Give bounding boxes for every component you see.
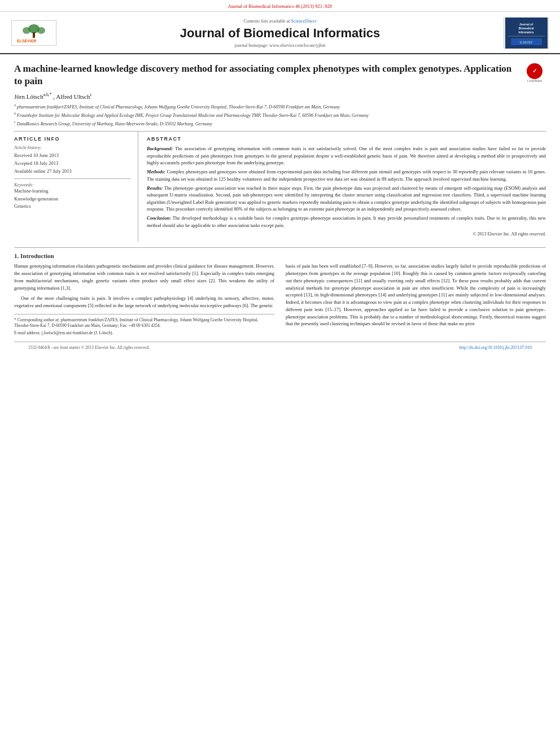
contents-label: Contents lists available at [244, 19, 290, 24]
introduction-two-col: Human genotyping information elucidates … [14, 263, 546, 337]
keywords-list: Machine-learning Knowledge-generation Ge… [14, 187, 131, 211]
bottom-bar: 1532-0464/$ - see front matter © 2013 El… [14, 342, 546, 353]
article-title: A machine-learned knowledge discovery me… [14, 63, 515, 88]
accepted-date: Accepted 18 July 2013 [14, 160, 131, 168]
abstract-header: ABSTRACT [147, 136, 546, 142]
section-title: 1. Introduction [14, 252, 546, 259]
intro-para-3: basis of pain has been well established … [286, 263, 546, 327]
abstract-results: Results: The phenotype–genotype associat… [147, 185, 546, 212]
affil-1-text: pharmazentrum frankfurt/ZAFES, Institute… [17, 104, 340, 110]
affil-3-text: DataBionics Research Group, University o… [17, 121, 212, 126]
journal-ref-text: Journal of Biomedical Informatics 46 (20… [228, 3, 332, 9]
svg-point-4 [37, 27, 45, 34]
author2-name: , Alfred Ultsch [53, 93, 90, 100]
keyword-2: Knowledge-generation [14, 195, 131, 203]
journal-header: ELSEVIER Contents lists available at Sci… [0, 12, 560, 54]
journal-title: Journal of Biomedical Informatics [56, 26, 504, 41]
header-center: Contents lists available at ScienceDirec… [56, 19, 504, 48]
footnote-email-label: E-mail address: j.loetsch@em.uni-frankfu… [14, 330, 113, 335]
affil-2: b Fraunhofer Institute for Molecular Bio… [14, 111, 546, 119]
background-text: The association of genotyping informatio… [147, 146, 546, 165]
footnote-section: * Corresponding author at: pharmazentrum… [14, 314, 274, 337]
introduction-section: 1. Introduction Human genotyping informa… [14, 247, 546, 337]
intro-right-col: basis of pain has been well established … [286, 263, 546, 337]
journal-thumbnail: Journal of Biomedical Informatics ELSEVI… [504, 18, 549, 49]
article-info-abstract-section: ARTICLE INFO Article history: Received 1… [14, 131, 546, 242]
doi-text: http://dx.doi.org/10.1016/j.jbi.2013.07.… [460, 345, 532, 350]
svg-text:ELSEVIER: ELSEVIER [519, 41, 532, 44]
methods-text: Complex phenotypes and genotypes were ob… [147, 169, 546, 181]
doi-link[interactable]: http://dx.doi.org/10.1016/j.jbi.2013.07.… [460, 345, 532, 350]
keywords-section: Keywords: Machine-learning Knowledge-gen… [14, 182, 131, 211]
article-title-section: A machine-learned knowledge discovery me… [14, 60, 546, 88]
author1-sup: a,b,* [43, 92, 52, 97]
info-divider [14, 178, 131, 179]
crossmark-badge: ✓ CrossMark [523, 63, 546, 82]
abstract-column: ABSTRACT Background: The association of … [138, 132, 546, 242]
article-body: A machine-learned knowledge discovery me… [0, 54, 560, 361]
crossmark-icon: ✓ [527, 63, 542, 79]
article-history-label: Article history: [14, 145, 131, 150]
elsevier-svg-icon: ELSEVIER [14, 22, 54, 45]
section-name: Introduction [20, 252, 54, 259]
keyword-3: Genetics [14, 203, 131, 211]
keywords-label: Keywords: [14, 182, 131, 187]
keyword-1: Machine-learning [14, 187, 131, 195]
elsevier-logo-box: ELSEVIER [11, 20, 56, 46]
svg-text:Journal of: Journal of [519, 23, 533, 26]
intro-left-col: Human genotyping information elucidates … [14, 263, 274, 337]
article-dates: Received 10 June 2013 Accepted 18 July 2… [14, 152, 131, 175]
article-info-column: ARTICLE INFO Article history: Received 1… [14, 132, 138, 242]
results-text: The phenotype–genotype association was r… [147, 185, 546, 212]
sciencedirect-text: ScienceDirect [291, 19, 317, 24]
svg-rect-2 [33, 32, 35, 38]
intro-left-text: Human genotyping information elucidates … [14, 263, 274, 309]
conclusion-label: Conclusion: [147, 215, 171, 221]
background-label: Background: [147, 146, 173, 151]
copyright-line: © 2013 Elsevier Inc. All rights reserved… [147, 231, 546, 238]
article-info-header: ARTICLE INFO [14, 136, 131, 142]
affiliations: a pharmazentrum frankfurt/ZAFES, Institu… [14, 103, 546, 127]
footnote-star: * Corresponding author at: pharmazentrum… [14, 317, 274, 329]
abstract-background: Background: The association of genotypin… [147, 145, 546, 166]
methods-label: Methods: [147, 169, 165, 174]
authors-line: Jörn Lötscha,b,* , Alfred Ultschc [14, 92, 546, 100]
svg-text:Informatics: Informatics [518, 30, 533, 34]
conclusion-text: The developed methodology is a suitable … [147, 215, 546, 228]
crossmark-label: CrossMark [527, 79, 542, 82]
intro-right-text: basis of pain has been well established … [286, 263, 546, 327]
issn-text: 1532-0464/$ - see front matter © 2013 El… [28, 345, 150, 350]
svg-point-3 [23, 27, 30, 34]
elsevier-logo: ELSEVIER [11, 20, 56, 46]
intro-para-2: One of the most challenging traits is pa… [14, 295, 274, 309]
author1-name: Jörn Lötsch [14, 93, 43, 100]
abstract-conclusion: Conclusion: The developed methodology is… [147, 215, 546, 229]
journal-url: journal homepage: www.elsevier.com/locat… [56, 43, 504, 48]
affil-3: c DataBionics Research Group, University… [14, 120, 546, 127]
available-date: Available online 27 July 2013 [14, 168, 131, 176]
intro-para-1: Human genotyping information elucidates … [14, 263, 274, 291]
page: Journal of Biomedical Informatics 46 (20… [0, 0, 560, 747]
author2-sup: c [90, 92, 91, 97]
section-number: 1. [14, 252, 19, 259]
received-date: Received 10 June 2013 [14, 152, 131, 160]
footnote-email: E-mail address: j.loetsch@em.uni-frankfu… [14, 330, 274, 337]
affil-sup-b: b [14, 112, 16, 115]
svg-text:ELSEVIER: ELSEVIER [17, 39, 37, 43]
affil-sup-a: a [14, 103, 16, 107]
affil-sup-c: c [14, 120, 16, 124]
svg-text:Biomedical: Biomedical [518, 27, 533, 30]
abstract-methods: Methods: Complex phenotypes and genotype… [147, 168, 546, 182]
sciencedirect-link[interactable]: ScienceDirect [291, 19, 317, 24]
affil-2-text: Fraunhofer Institute for Molecular Biolo… [17, 112, 369, 117]
contents-line: Contents lists available at ScienceDirec… [56, 19, 504, 24]
affil-1: a pharmazentrum frankfurt/ZAFES, Institu… [14, 103, 546, 110]
results-label: Results: [147, 185, 163, 191]
journal-reference-bar: Journal of Biomedical Informatics 46 (20… [0, 0, 560, 12]
journal-thumb-img: Journal of Biomedical Informatics ELSEVI… [505, 18, 548, 49]
abstract-text: Background: The association of genotypin… [147, 145, 546, 237]
